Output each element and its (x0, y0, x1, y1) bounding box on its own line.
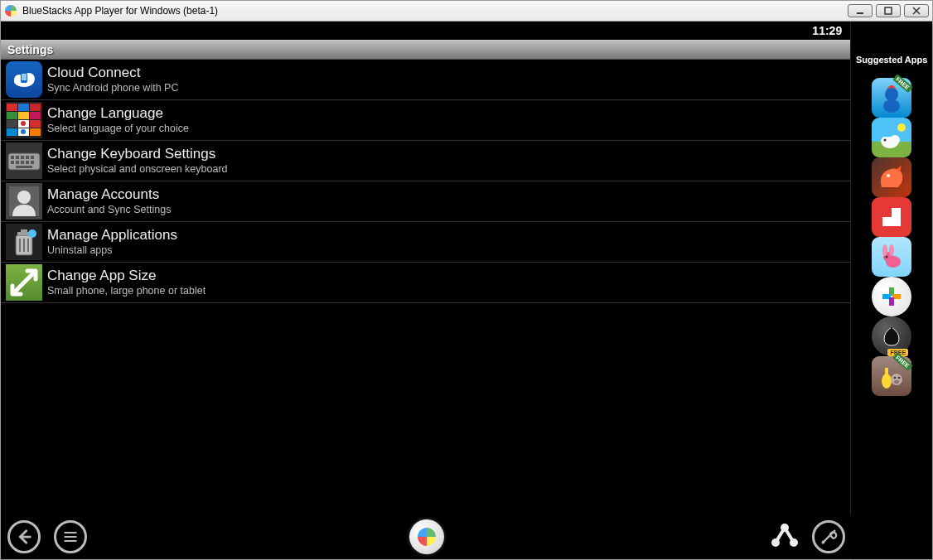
svg-point-64 (889, 244, 894, 256)
sidebar-title: Suggested Apps (856, 55, 927, 65)
svg-rect-13 (30, 112, 41, 119)
settings-item-accounts[interactable]: Manage Accounts Account and Sync Setting… (1, 181, 850, 222)
svg-rect-30 (21, 161, 24, 164)
svg-rect-8 (7, 104, 17, 111)
share-button[interactable] (771, 523, 799, 551)
android-status-bar: 11:29 (1, 22, 850, 40)
settings-item-change-language[interactable]: Change Language Select language of your … (1, 100, 850, 141)
settings-item-title: Change Keyboard Settings (47, 146, 228, 162)
svg-rect-33 (16, 166, 32, 168)
maximize-button[interactable] (876, 4, 901, 17)
svg-rect-14 (7, 120, 17, 128)
window-title: BlueStacks App Player for Windows (beta-… (22, 5, 218, 17)
settings-item-title: Change Language (47, 105, 189, 122)
svg-point-73 (894, 377, 897, 379)
settings-item-subtitle: Select language of your choice (47, 123, 189, 135)
back-button[interactable] (7, 520, 41, 553)
svg-rect-24 (16, 156, 19, 159)
settings-item-cloud-connect[interactable]: Cloud Connect Sync Android phone with PC (1, 60, 850, 100)
svg-rect-10 (30, 104, 41, 111)
svg-rect-29 (16, 161, 19, 164)
svg-rect-9 (18, 104, 29, 111)
svg-rect-25 (21, 156, 24, 159)
svg-point-52 (885, 88, 898, 101)
suggested-apps-sidebar: Suggested Apps FREE (850, 22, 932, 559)
player-area: 11:29 Settings Cloud Connect (1, 22, 850, 558)
svg-point-63 (882, 244, 887, 256)
svg-rect-1 (857, 12, 863, 14)
settings-header-title: Settings (7, 43, 53, 56)
suggested-app-6[interactable] (872, 277, 911, 316)
suggested-app-8[interactable]: FREE (872, 356, 911, 396)
flags-icon (6, 102, 42, 138)
svg-rect-12 (18, 112, 29, 119)
menu-button[interactable] (54, 520, 87, 553)
svg-point-16 (21, 121, 26, 126)
svg-point-65 (886, 256, 888, 258)
svg-rect-71 (885, 368, 888, 376)
settings-header: Settings (1, 40, 850, 60)
suggested-app-1[interactable]: FREE (872, 78, 911, 118)
settings-list: Cloud Connect Sync Android phone with PC (1, 60, 850, 558)
svg-point-35 (17, 191, 31, 204)
settings-item-app-size[interactable]: Change App Size Small phone, large phone… (1, 263, 850, 303)
svg-rect-11 (7, 112, 17, 119)
applications-icon (6, 224, 42, 260)
svg-rect-23 (11, 156, 14, 159)
settings-item-title: Manage Accounts (47, 186, 171, 203)
settings-item-subtitle: Small phone, large phone or tablet (47, 285, 205, 297)
settings-item-subtitle: Uninstall apps (47, 244, 177, 257)
settings-item-subtitle: Sync Android phone with PC (47, 82, 178, 94)
svg-point-58 (887, 174, 890, 177)
suggested-app-2[interactable] (872, 118, 911, 157)
suggested-app-5[interactable] (872, 237, 911, 277)
svg-rect-28 (11, 161, 14, 164)
svg-point-20 (21, 129, 26, 134)
minimize-button[interactable] (848, 4, 873, 17)
app-size-icon (6, 264, 42, 301)
settings-item-subtitle: Select physical and onscreen keyboard (47, 163, 228, 176)
svg-rect-60 (882, 208, 892, 217)
svg-point-51 (883, 99, 900, 113)
svg-rect-69 (889, 297, 894, 306)
svg-point-57 (884, 139, 887, 142)
settings-item-title: Change App Size (47, 268, 205, 284)
app-body: 11:29 Settings Cloud Connect (0, 22, 933, 560)
svg-rect-2 (885, 7, 892, 14)
svg-rect-21 (30, 128, 41, 136)
svg-point-56 (890, 135, 900, 145)
settings-item-keyboard[interactable]: Change Keyboard Settings Select physical… (1, 141, 850, 181)
svg-rect-31 (26, 161, 29, 164)
window-titlebar: BlueStacks App Player for Windows (beta-… (0, 0, 933, 22)
status-time: 11:29 (812, 24, 842, 37)
svg-rect-17 (30, 120, 41, 128)
svg-rect-26 (26, 156, 29, 159)
cloud-connect-icon (6, 61, 42, 98)
settings-item-title: Manage Applications (47, 227, 177, 244)
svg-rect-7 (22, 74, 27, 80)
svg-point-75 (894, 380, 899, 384)
suggested-app-4[interactable] (872, 197, 911, 237)
svg-point-50 (822, 541, 825, 544)
svg-point-74 (898, 377, 901, 379)
app-logo-icon (4, 4, 17, 17)
close-button[interactable] (904, 4, 929, 17)
svg-point-42 (28, 229, 36, 238)
settings-tools-button[interactable] (812, 520, 845, 553)
bottom-nav-bar (1, 515, 852, 558)
settings-item-applications[interactable]: Manage Applications Uninstall apps (1, 222, 850, 263)
svg-rect-38 (21, 229, 27, 232)
suggested-app-7[interactable]: FREE (872, 316, 911, 356)
home-button[interactable] (409, 519, 444, 554)
svg-rect-27 (31, 156, 34, 159)
accounts-icon (6, 183, 42, 220)
svg-rect-18 (7, 128, 17, 136)
svg-rect-32 (31, 161, 34, 164)
suggested-app-3[interactable] (872, 157, 911, 197)
settings-item-subtitle: Account and Sync Settings (47, 204, 171, 216)
svg-point-53 (897, 123, 906, 132)
keyboard-icon (6, 142, 42, 179)
settings-item-title: Cloud Connect (47, 65, 178, 81)
